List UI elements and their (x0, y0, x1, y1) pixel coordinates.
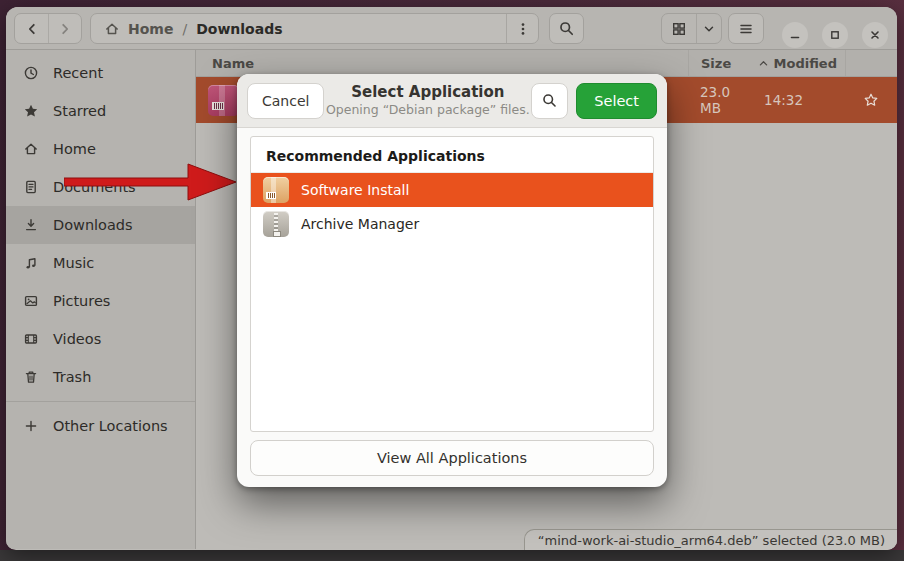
grid-view-button[interactable] (662, 14, 696, 43)
archive-manager-icon (263, 211, 289, 237)
maximize-icon (828, 28, 842, 42)
back-button[interactable] (15, 14, 48, 43)
videos-icon (23, 331, 39, 347)
path-bar: Home / Downloads (90, 13, 539, 44)
view-toggle-group (661, 13, 722, 44)
desktop-background: Home / Downloads (0, 0, 904, 561)
starred-icon (23, 103, 39, 119)
application-list: Recommended Applications Software Instal… (250, 136, 654, 432)
column-header-name[interactable]: Name (196, 50, 688, 76)
forward-button[interactable] (48, 14, 81, 43)
home-icon (23, 141, 39, 157)
app-row-archive-manager[interactable]: Archive Manager (251, 207, 653, 241)
dialog-title: Select Application (324, 83, 531, 102)
pictures-icon (23, 293, 39, 309)
trash-icon (23, 369, 39, 385)
dialog-header: Cancel Select Application Opening “Debia… (237, 74, 667, 128)
sidebar-item-starred[interactable]: Starred (6, 92, 195, 130)
home-icon (104, 21, 120, 37)
cancel-button[interactable]: Cancel (247, 83, 324, 119)
headerbar: Home / Downloads (6, 7, 897, 50)
sidebar-item-label: Starred (53, 103, 106, 119)
star-outline-icon (863, 92, 879, 108)
close-button[interactable] (862, 22, 888, 48)
minimize-button[interactable] (782, 22, 808, 48)
column-header-star (845, 50, 897, 76)
file-list-header: Name Size Modified (196, 50, 897, 77)
breadcrumb-current[interactable]: Downloads (196, 21, 282, 37)
column-header-modified-label: Modified (774, 56, 837, 71)
file-size: 23.0 MB (688, 84, 752, 116)
sidebar-item-label: Trash (53, 369, 91, 385)
sidebar-item-label: Home (53, 141, 96, 157)
sidebar: Recent Starred Home Documents Downloads (6, 50, 196, 549)
sidebar-item-downloads[interactable]: Downloads (6, 206, 195, 244)
chevron-right-icon (57, 21, 73, 37)
chevron-down-icon (702, 22, 716, 36)
history-nav-group (14, 13, 82, 44)
view-all-applications-button[interactable]: View All Applications (250, 440, 654, 476)
search-button[interactable] (549, 13, 584, 44)
software-install-icon (263, 177, 289, 203)
hamburger-menu-icon (738, 21, 754, 37)
sidebar-item-label: Recent (53, 65, 103, 81)
star-toggle-button[interactable] (845, 92, 897, 108)
file-modified: 14:32 (752, 92, 845, 108)
sidebar-item-label: Other Locations (53, 418, 168, 434)
close-icon (868, 28, 882, 42)
location-menu-button[interactable] (507, 14, 538, 43)
arrow-right-icon (64, 162, 240, 202)
downloads-icon (23, 217, 39, 233)
dialog-subtitle: Opening “Debian package” files. (324, 102, 531, 118)
red-arrow-annotation (64, 162, 240, 202)
maximize-button[interactable] (822, 22, 848, 48)
deb-package-icon (208, 85, 239, 116)
sidebar-item-recent[interactable]: Recent (6, 54, 195, 92)
sidebar-item-label: Downloads (53, 217, 133, 233)
sidebar-item-music[interactable]: Music (6, 244, 195, 282)
sidebar-item-trash[interactable]: Trash (6, 358, 195, 396)
select-button[interactable]: Select (576, 83, 657, 119)
recommended-section-title: Recommended Applications (251, 137, 653, 173)
view-options-button[interactable] (696, 14, 721, 43)
status-bar: “mind-work-ai-studio_arm64.deb” selected… (524, 529, 897, 550)
sidebar-item-pictures[interactable]: Pictures (6, 282, 195, 320)
search-icon (558, 20, 575, 37)
dialog-search-button[interactable] (531, 83, 568, 119)
select-application-dialog: Cancel Select Application Opening “Debia… (237, 74, 667, 487)
dialog-body: Recommended Applications Software Instal… (237, 128, 667, 487)
column-header-size[interactable]: Size (688, 50, 752, 76)
search-icon (541, 92, 558, 109)
sidebar-divider (6, 401, 195, 402)
plus-icon (23, 418, 39, 434)
status-text: “mind-work-ai-studio_arm64.deb” selected… (538, 533, 885, 548)
app-name: Archive Manager (301, 216, 419, 232)
grid-view-icon (671, 21, 687, 37)
app-row-software-install[interactable]: Software Install (251, 173, 653, 207)
sidebar-item-other-locations[interactable]: Other Locations (6, 407, 195, 445)
sidebar-item-label: Pictures (53, 293, 110, 309)
column-header-modified[interactable]: Modified (752, 50, 845, 76)
sidebar-item-label: Videos (53, 331, 101, 347)
chevron-left-icon (24, 21, 40, 37)
app-name: Software Install (301, 182, 409, 198)
recent-icon (23, 65, 39, 81)
breadcrumb-home[interactable]: Home (104, 21, 173, 37)
hamburger-menu-button[interactable] (728, 13, 764, 44)
sidebar-item-label: Music (53, 255, 94, 271)
kebab-menu-icon (515, 21, 531, 37)
music-icon (23, 255, 39, 271)
bottom-desktop-strip (0, 550, 904, 561)
breadcrumb-home-label: Home (128, 21, 173, 37)
sidebar-item-videos[interactable]: Videos (6, 320, 195, 358)
minimize-icon (788, 28, 802, 42)
breadcrumb-separator: / (182, 21, 187, 37)
dialog-title-block: Select Application Opening “Debian packa… (324, 83, 531, 117)
documents-icon (23, 179, 39, 195)
sort-ascending-icon (758, 58, 769, 69)
